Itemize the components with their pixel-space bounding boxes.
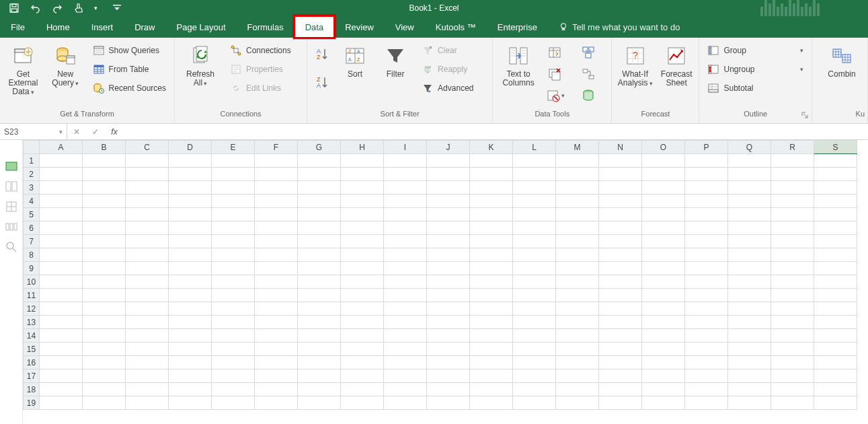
cell[interactable] — [470, 181, 513, 195]
cell[interactable] — [212, 343, 255, 356]
cell[interactable] — [255, 208, 298, 221]
cell[interactable] — [169, 356, 212, 369]
cell[interactable] — [212, 235, 255, 248]
cell[interactable] — [685, 262, 728, 275]
cell[interactable] — [384, 154, 427, 168]
flash-fill-button[interactable] — [545, 43, 564, 62]
cell[interactable] — [83, 208, 126, 221]
cell[interactable] — [470, 168, 513, 181]
dialog-launcher-icon[interactable] — [801, 111, 809, 119]
cell[interactable] — [40, 396, 83, 410]
cell[interactable] — [298, 195, 341, 208]
cell[interactable] — [771, 154, 814, 168]
cell[interactable] — [814, 396, 857, 410]
cell[interactable] — [427, 343, 470, 356]
cell[interactable] — [341, 181, 384, 195]
cell[interactable] — [427, 356, 470, 369]
cell[interactable] — [169, 289, 212, 302]
cell[interactable] — [341, 248, 384, 262]
cell[interactable] — [599, 316, 642, 329]
cell[interactable] — [642, 195, 685, 208]
connections-button[interactable]: Connections — [227, 43, 294, 58]
cell[interactable] — [169, 248, 212, 262]
cell[interactable] — [341, 369, 384, 383]
recent-sources-button[interactable]: Recent Sources — [90, 81, 169, 96]
cell[interactable] — [384, 195, 427, 208]
sort-desc-button[interactable]: ZA — [313, 73, 331, 92]
row-header[interactable]: 2 — [24, 168, 40, 181]
custom-views-icon[interactable] — [5, 221, 17, 233]
cell[interactable] — [814, 356, 857, 369]
cell[interactable] — [255, 195, 298, 208]
cell[interactable] — [427, 248, 470, 262]
row-header[interactable]: 3 — [24, 181, 40, 195]
cell[interactable] — [255, 168, 298, 181]
column-header[interactable]: G — [298, 141, 341, 154]
cell[interactable] — [169, 396, 212, 410]
cell[interactable] — [771, 262, 814, 275]
cell[interactable] — [470, 221, 513, 235]
column-header[interactable]: N — [599, 141, 642, 154]
cell[interactable] — [212, 383, 255, 396]
cell[interactable] — [556, 235, 599, 248]
cell[interactable] — [169, 235, 212, 248]
cell[interactable] — [212, 181, 255, 195]
cell[interactable] — [728, 383, 771, 396]
cell[interactable] — [169, 168, 212, 181]
cell[interactable] — [599, 302, 642, 316]
cell[interactable] — [771, 329, 814, 343]
cell[interactable] — [212, 248, 255, 262]
cell[interactable] — [255, 289, 298, 302]
cell[interactable] — [169, 383, 212, 396]
cell[interactable] — [427, 289, 470, 302]
cell[interactable] — [384, 221, 427, 235]
cell[interactable] — [384, 275, 427, 289]
cell[interactable] — [470, 248, 513, 262]
cell[interactable] — [814, 343, 857, 356]
cell[interactable] — [685, 154, 728, 168]
cell[interactable] — [255, 181, 298, 195]
cell[interactable] — [556, 316, 599, 329]
filter-button[interactable]: Filter — [379, 40, 412, 79]
consolidate-button[interactable] — [579, 43, 598, 62]
cell[interactable] — [384, 343, 427, 356]
cell[interactable] — [169, 275, 212, 289]
row-header[interactable]: 18 — [24, 383, 40, 396]
redo-icon[interactable] — [51, 2, 63, 14]
cell[interactable] — [470, 208, 513, 221]
cell[interactable] — [298, 248, 341, 262]
cell[interactable] — [212, 289, 255, 302]
cell[interactable] — [169, 369, 212, 383]
cell[interactable] — [126, 248, 169, 262]
cell[interactable] — [814, 316, 857, 329]
cell[interactable] — [814, 181, 857, 195]
cell[interactable] — [341, 329, 384, 343]
cell[interactable] — [728, 329, 771, 343]
row-header[interactable]: 15 — [24, 343, 40, 356]
cell[interactable] — [513, 343, 556, 356]
cell[interactable] — [556, 168, 599, 181]
cell[interactable] — [728, 195, 771, 208]
cell[interactable] — [40, 221, 83, 235]
column-header[interactable]: C — [126, 141, 169, 154]
cell[interactable] — [470, 329, 513, 343]
cell[interactable] — [341, 396, 384, 410]
column-header[interactable]: S — [814, 141, 857, 154]
undo-icon[interactable] — [30, 2, 42, 14]
cell[interactable] — [685, 208, 728, 221]
cell[interactable] — [685, 168, 728, 181]
cell[interactable] — [212, 329, 255, 343]
cell[interactable] — [83, 181, 126, 195]
cell[interactable] — [599, 181, 642, 195]
cell[interactable] — [169, 181, 212, 195]
cell[interactable] — [814, 248, 857, 262]
cell[interactable] — [771, 221, 814, 235]
cell[interactable] — [599, 154, 642, 168]
cell[interactable] — [384, 329, 427, 343]
tab-page-layout[interactable]: Page Layout — [166, 16, 237, 38]
cell[interactable] — [685, 221, 728, 235]
cell[interactable] — [298, 262, 341, 275]
cell[interactable] — [771, 316, 814, 329]
cell[interactable] — [212, 195, 255, 208]
cell[interactable] — [298, 289, 341, 302]
